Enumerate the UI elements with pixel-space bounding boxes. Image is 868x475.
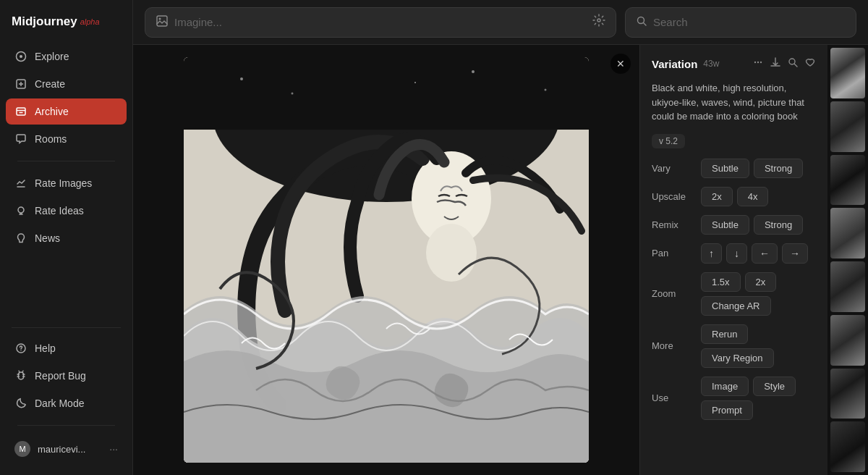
use-image-button[interactable]: Image bbox=[701, 377, 749, 396]
use-label: Use bbox=[652, 392, 695, 403]
upscale-4x-button[interactable]: 4x bbox=[737, 187, 769, 206]
pan-up-button[interactable]: ↑ bbox=[701, 243, 722, 264]
sidebar-item-news[interactable]: News bbox=[6, 225, 127, 251]
main-image bbox=[184, 57, 589, 463]
version-badge: v 5.2 bbox=[652, 134, 685, 148]
thumbnail-5[interactable] bbox=[830, 261, 865, 312]
sidebar-item-archive[interactable]: Archive bbox=[6, 98, 127, 125]
vary-row: Vary Subtle Strong bbox=[652, 159, 816, 178]
sidebar-item-create[interactable]: Create bbox=[6, 71, 127, 97]
pan-buttons: ↑ ↓ ← → bbox=[701, 243, 808, 264]
sidebar-item-dark-mode[interactable]: Dark Mode bbox=[6, 390, 127, 416]
sidebar-item-label-rate-ideas: Rate Ideas bbox=[35, 205, 84, 217]
pan-right-button[interactable]: → bbox=[782, 243, 808, 264]
sidebar-bottom: Help Report Bug Dark Mode M mauricevi...… bbox=[0, 335, 132, 463]
archive-icon bbox=[14, 105, 27, 118]
upscale-row: Upscale 2x 4x bbox=[652, 187, 816, 206]
thumbnail-1[interactable] bbox=[830, 48, 865, 98]
svg-point-1 bbox=[20, 55, 22, 58]
sidebar-item-report-bug[interactable]: Report Bug bbox=[6, 363, 127, 389]
vary-buttons: Subtle Strong bbox=[701, 159, 803, 178]
sidebar-item-label-help: Help bbox=[35, 342, 56, 354]
remix-row: Remix Subtle Strong bbox=[652, 215, 816, 235]
thumbnail-6[interactable] bbox=[830, 315, 865, 366]
svg-point-23 bbox=[545, 89, 547, 91]
zoom-2x-button[interactable]: 2x bbox=[745, 272, 777, 292]
content-area: ✕ bbox=[133, 45, 868, 475]
news-icon bbox=[14, 232, 27, 245]
upscale-2x-button[interactable]: 2x bbox=[701, 187, 733, 206]
thumbnail-4[interactable] bbox=[830, 208, 865, 258]
sidebar: Midjourney alpha Explore Create Archive bbox=[0, 0, 133, 475]
zoom-buttons: 1.5x 2x Change AR bbox=[701, 272, 816, 316]
main-area: Imagine... Search ✕ bbox=[133, 0, 868, 475]
sidebar-item-help[interactable]: Help bbox=[6, 335, 127, 361]
sidebar-item-label-archive: Archive bbox=[35, 106, 69, 117]
svg-point-27 bbox=[754, 62, 756, 63]
sidebar-item-explore[interactable]: Explore bbox=[6, 43, 127, 70]
user-row[interactable]: M mauricevi... ··· bbox=[6, 434, 127, 463]
help-icon bbox=[14, 342, 27, 355]
thumbnail-7[interactable] bbox=[830, 369, 865, 419]
use-prompt-button[interactable]: Prompt bbox=[701, 400, 753, 420]
svg-rect-19 bbox=[184, 57, 589, 130]
sidebar-item-rooms[interactable]: Rooms bbox=[6, 126, 127, 152]
menu-icon[interactable] bbox=[752, 56, 764, 71]
detail-panel: Variation 43w bbox=[639, 45, 827, 475]
use-style-button[interactable]: Style bbox=[753, 377, 796, 396]
logo-alpha: alpha bbox=[80, 17, 100, 26]
remix-buttons: Subtle Strong bbox=[701, 215, 803, 235]
svg-point-20 bbox=[240, 77, 243, 80]
thumbnail-3[interactable] bbox=[830, 155, 865, 206]
sidebar-item-rate-ideas[interactable]: Rate Ideas bbox=[6, 198, 127, 224]
sidebar-item-label-explore: Explore bbox=[35, 51, 69, 62]
explore-icon bbox=[14, 50, 27, 63]
pan-label: Pan bbox=[652, 248, 695, 258]
thumbnail-8[interactable] bbox=[830, 421, 865, 472]
thumbnail-2[interactable] bbox=[830, 101, 865, 152]
sidebar-item-rate-images[interactable]: Rate Images bbox=[6, 170, 127, 196]
svg-point-26 bbox=[426, 224, 477, 282]
search-bar[interactable]: Search bbox=[625, 7, 856, 38]
svg-point-8 bbox=[18, 207, 24, 213]
imagine-input[interactable]: Imagine... bbox=[145, 7, 616, 38]
close-button[interactable]: ✕ bbox=[610, 54, 631, 74]
sidebar-item-label-rate-images: Rate Images bbox=[35, 177, 92, 189]
vary-region-button[interactable]: Vary Region bbox=[701, 348, 774, 368]
pan-down-button[interactable]: ↓ bbox=[726, 243, 747, 264]
remix-subtle-button[interactable]: Subtle bbox=[701, 215, 749, 235]
create-icon bbox=[14, 77, 27, 91]
upscale-buttons: 2x 4x bbox=[701, 187, 768, 206]
user-name: mauricevi... bbox=[38, 444, 102, 455]
zoom-search-icon[interactable] bbox=[787, 56, 799, 71]
user-more-button[interactable]: ··· bbox=[109, 443, 118, 455]
zoom-row: Zoom 1.5x 2x Change AR bbox=[652, 272, 816, 316]
zoom-1-5x-button[interactable]: 1.5x bbox=[701, 272, 741, 292]
download-icon[interactable] bbox=[770, 56, 781, 71]
image-input-icon bbox=[156, 14, 169, 30]
prompt-text: Black and white, high resolution, ukiyoe… bbox=[652, 81, 816, 124]
sidebar-item-label-dark-mode: Dark Mode bbox=[35, 398, 84, 409]
nav-divider-3 bbox=[17, 425, 115, 426]
vary-subtle-button[interactable]: Subtle bbox=[701, 159, 749, 178]
settings-icon[interactable] bbox=[592, 14, 605, 30]
rate-images-icon bbox=[14, 177, 27, 190]
use-buttons: Image Style Prompt bbox=[701, 377, 816, 420]
rate-ideas-icon bbox=[14, 204, 27, 217]
svg-point-21 bbox=[292, 93, 294, 95]
remix-strong-button[interactable]: Strong bbox=[754, 215, 803, 235]
more-row: More Rerun Vary Region bbox=[652, 324, 816, 368]
use-row: Use Image Style Prompt bbox=[652, 377, 816, 420]
pan-row: Pan ↑ ↓ ← → bbox=[652, 243, 816, 264]
rooms-icon bbox=[14, 133, 27, 146]
variation-time: 43w bbox=[703, 59, 719, 69]
dark-mode-icon bbox=[14, 397, 27, 410]
nav-divider-2 bbox=[12, 327, 121, 328]
heart-icon[interactable] bbox=[804, 56, 816, 71]
change-ar-button[interactable]: Change AR bbox=[701, 296, 771, 316]
avatar: M bbox=[14, 441, 30, 457]
pan-left-button[interactable]: ← bbox=[752, 243, 778, 264]
rerun-button[interactable]: Rerun bbox=[701, 324, 748, 344]
vary-strong-button[interactable]: Strong bbox=[754, 159, 803, 178]
svg-rect-11 bbox=[157, 16, 167, 26]
